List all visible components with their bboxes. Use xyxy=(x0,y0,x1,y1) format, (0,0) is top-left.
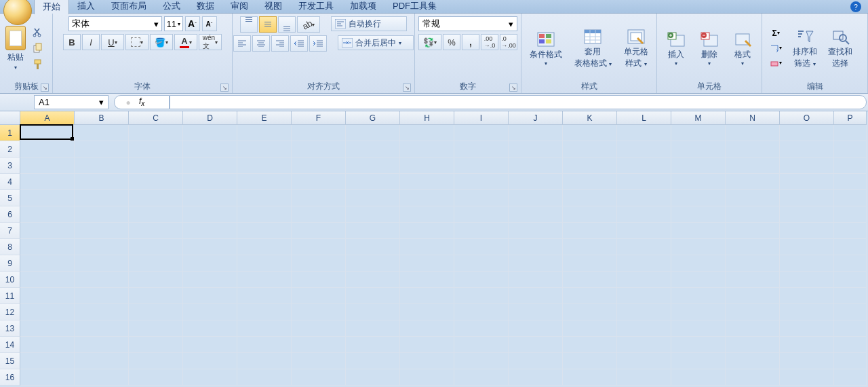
cell[interactable] xyxy=(780,125,834,141)
formula-input[interactable] xyxy=(170,95,867,109)
row-header-8[interactable]: 8 xyxy=(0,239,20,255)
cell[interactable] xyxy=(292,288,346,304)
cell[interactable] xyxy=(237,174,292,190)
cell[interactable] xyxy=(75,125,129,141)
cell[interactable] xyxy=(20,369,75,386)
decrease-font-button[interactable]: Aˇ xyxy=(202,16,217,31)
cell[interactable] xyxy=(726,223,780,239)
col-header-H[interactable]: H xyxy=(400,111,454,125)
row-header-15[interactable]: 15 xyxy=(0,353,20,369)
cell[interactable] xyxy=(509,353,563,369)
cell[interactable] xyxy=(671,337,726,353)
cell[interactable] xyxy=(726,125,780,141)
cell[interactable] xyxy=(671,158,726,174)
clipboard-launcher-icon[interactable]: ↘ xyxy=(41,84,49,92)
cell[interactable] xyxy=(237,369,292,386)
cell[interactable] xyxy=(20,206,75,223)
col-header-A[interactable]: A xyxy=(20,111,75,125)
cell[interactable] xyxy=(292,125,346,141)
cell[interactable] xyxy=(834,223,867,239)
row-header-5[interactable]: 5 xyxy=(0,190,20,206)
cell[interactable] xyxy=(454,158,509,174)
cell[interactable] xyxy=(292,272,346,288)
font-launcher-icon[interactable]: ↘ xyxy=(220,84,229,92)
cell[interactable] xyxy=(726,255,780,272)
cell[interactable] xyxy=(75,239,129,255)
cell[interactable] xyxy=(671,174,726,190)
row-header-9[interactable]: 9 xyxy=(0,255,20,272)
cell[interactable] xyxy=(237,288,292,304)
cell[interactable] xyxy=(780,272,834,288)
cell[interactable] xyxy=(183,337,237,353)
paste-dropdown-icon[interactable]: ▾ xyxy=(14,64,17,71)
cell[interactable] xyxy=(400,353,454,369)
cell[interactable] xyxy=(671,141,726,158)
cell[interactable] xyxy=(454,125,509,141)
cell[interactable] xyxy=(617,272,671,288)
cell[interactable] xyxy=(183,223,237,239)
conditional-formatting-button[interactable]: 条件格式 ▾ xyxy=(524,29,568,68)
cell[interactable] xyxy=(454,320,509,337)
cell[interactable] xyxy=(509,125,563,141)
cell[interactable] xyxy=(509,272,563,288)
cell[interactable] xyxy=(563,320,617,337)
col-header-B[interactable]: B xyxy=(75,111,129,125)
cell[interactable] xyxy=(237,206,292,223)
cell[interactable] xyxy=(726,320,780,337)
tab-页面布局[interactable]: 页面布局 xyxy=(103,0,155,14)
tab-数据[interactable]: 数据 xyxy=(189,0,222,14)
cell[interactable] xyxy=(563,190,617,206)
cell[interactable] xyxy=(400,288,454,304)
cell[interactable] xyxy=(292,158,346,174)
cell[interactable] xyxy=(726,272,780,288)
cell[interactable] xyxy=(617,239,671,255)
cell[interactable] xyxy=(400,320,454,337)
cell[interactable] xyxy=(563,255,617,272)
col-header-O[interactable]: O xyxy=(780,111,834,125)
cell[interactable] xyxy=(454,206,509,223)
cell[interactable] xyxy=(75,304,129,320)
align-right-button[interactable] xyxy=(271,35,289,52)
cell[interactable] xyxy=(75,206,129,223)
cell[interactable] xyxy=(20,174,75,190)
cell[interactable] xyxy=(346,125,400,141)
cell[interactable] xyxy=(617,141,671,158)
cell[interactable] xyxy=(454,304,509,320)
decrease-decimal-button[interactable]: .0→.00 xyxy=(500,34,517,50)
cell[interactable] xyxy=(346,320,400,337)
cell[interactable] xyxy=(726,190,780,206)
font-name-select[interactable]: 宋体 ▾ xyxy=(68,16,162,31)
cell[interactable] xyxy=(563,174,617,190)
tab-公式[interactable]: 公式 xyxy=(155,0,189,14)
cell[interactable] xyxy=(509,223,563,239)
col-header-N[interactable]: N xyxy=(726,111,780,125)
col-header-L[interactable]: L xyxy=(617,111,671,125)
cell[interactable] xyxy=(129,239,183,255)
cell[interactable] xyxy=(834,272,867,288)
cell[interactable] xyxy=(726,239,780,255)
cell[interactable] xyxy=(454,255,509,272)
cell[interactable] xyxy=(509,288,563,304)
cell[interactable] xyxy=(75,190,129,206)
cell[interactable] xyxy=(129,320,183,337)
cell[interactable] xyxy=(129,223,183,239)
cell[interactable] xyxy=(237,320,292,337)
cell[interactable] xyxy=(563,337,617,353)
cell[interactable] xyxy=(671,125,726,141)
cell[interactable] xyxy=(617,353,671,369)
col-header-P[interactable]: P xyxy=(834,111,867,125)
col-header-K[interactable]: K xyxy=(563,111,617,125)
cell[interactable] xyxy=(346,174,400,190)
borders-button[interactable]: ▾ xyxy=(125,34,149,50)
cell[interactable] xyxy=(237,190,292,206)
cell[interactable] xyxy=(780,255,834,272)
delete-cells-button[interactable]: 删除 ▾ xyxy=(693,29,726,68)
cell[interactable] xyxy=(183,320,237,337)
cell[interactable] xyxy=(780,190,834,206)
cell[interactable] xyxy=(726,288,780,304)
cell[interactable] xyxy=(20,255,75,272)
number-format-select[interactable]: 常规 ▾ xyxy=(418,16,517,31)
cell[interactable] xyxy=(129,190,183,206)
row-header-10[interactable]: 10 xyxy=(0,272,20,288)
percent-button[interactable]: % xyxy=(443,34,460,50)
